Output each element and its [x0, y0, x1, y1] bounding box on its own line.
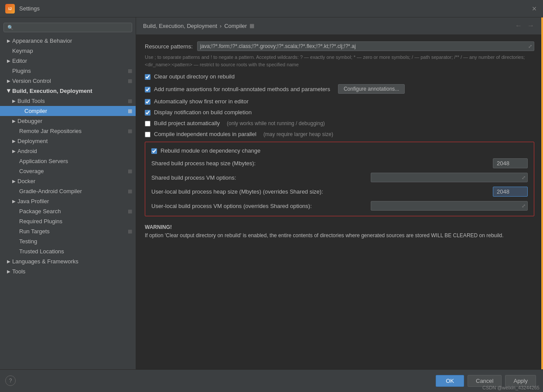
- checkbox-rebuild-input[interactable]: [151, 148, 157, 154]
- checkbox-auto-show: Automatically show first error in editor: [145, 98, 534, 105]
- gear-icon: ▦: [128, 208, 132, 214]
- sidebar-item-label: Package Search: [19, 208, 61, 215]
- sidebar-item-run-targets[interactable]: Run Targets ▦: [0, 226, 136, 236]
- shared-vm-input[interactable]: [371, 173, 520, 182]
- checkbox-build-auto-input[interactable]: [145, 121, 150, 126]
- sidebar-item-tools[interactable]: ▶ Tools: [0, 266, 136, 276]
- content-body: Resource patterns: ⤢ Use ; to separate p…: [136, 34, 543, 369]
- checkbox-rebuild: Rebuild module on dependency change: [151, 147, 528, 154]
- checkbox-auto-show-input[interactable]: [145, 99, 150, 105]
- checkbox-add-runtime-input[interactable]: [145, 87, 150, 92]
- sidebar-item-version-control[interactable]: ▶ Version Control ▦: [0, 76, 136, 86]
- shared-vm-wrapper: ⤢: [371, 173, 528, 182]
- search-icon: 🔍: [7, 25, 14, 31]
- checkbox-clear-output: Clear output directory on rebuild: [145, 73, 534, 80]
- sidebar-item-android[interactable]: ▶ Android: [0, 146, 136, 156]
- resource-hint-text: Use ; to separate patterns and ! to nega…: [145, 54, 534, 68]
- title-bar: IJ Settings ×: [0, 0, 543, 17]
- gear-icon: ▦: [128, 128, 132, 134]
- sidebar-item-docker[interactable]: ▶ Docker: [0, 176, 136, 186]
- grid-icon[interactable]: ▦: [249, 23, 254, 29]
- resource-patterns-input[interactable]: [198, 42, 526, 51]
- gear-icon: ▦: [128, 228, 132, 234]
- checkbox-clear-output-label: Clear output directory on rebuild: [154, 73, 235, 80]
- sidebar-item-testing[interactable]: Testing: [0, 236, 136, 246]
- sidebar-item-build-tools[interactable]: ▶ Build Tools ▦: [0, 96, 136, 106]
- checkbox-add-runtime-label: Add runtime assertions for notnull-annot…: [154, 86, 330, 92]
- shared-heap-input[interactable]: [493, 158, 528, 168]
- sidebar-item-label: Required Plugins: [19, 218, 62, 225]
- sidebar-item-editor[interactable]: ▶ Editor: [0, 56, 136, 66]
- sidebar-item-remote-jar-repositories[interactable]: Remote Jar Repositories ▦: [0, 126, 136, 136]
- resource-patterns-label: Resource patterns:: [145, 43, 193, 50]
- sidebar-item-application-servers[interactable]: Application Servers: [0, 156, 136, 166]
- sidebar-item-compiler[interactable]: Compiler ▦: [0, 106, 136, 116]
- checkbox-compile-parallel-input[interactable]: [145, 132, 150, 137]
- sidebar-item-label: Gradle-Android Compiler: [19, 188, 82, 194]
- sidebar-item-label: Build Tools: [17, 98, 45, 104]
- expand-icon[interactable]: ⤢: [520, 203, 527, 209]
- sidebar-item-gradle-android-compiler[interactable]: Gradle-Android Compiler ▦: [0, 186, 136, 196]
- sidebar-item-label: Java Profiler: [17, 198, 49, 205]
- user-vm-row: User-local build process VM options (ove…: [151, 201, 528, 211]
- sidebar-item-plugins[interactable]: Plugins ▦: [0, 66, 136, 76]
- sidebar-item-label: Languages & Frameworks: [12, 258, 79, 265]
- sidebar-item-label: Debugger: [17, 118, 42, 124]
- sidebar-item-deployment[interactable]: ▶ Deployment: [0, 136, 136, 146]
- arrow-icon: ▶: [7, 269, 10, 274]
- nav-arrows: ← →: [513, 22, 536, 30]
- sidebar-item-build-execution-deployment[interactable]: ▶ Build, Execution, Deployment: [0, 86, 136, 96]
- sidebar-item-keymap[interactable]: Keymap: [0, 46, 136, 56]
- search-box[interactable]: 🔍: [3, 23, 132, 32]
- arrow-icon: ▶: [12, 119, 16, 123]
- breadcrumb-parent: Build, Execution, Deployment: [143, 23, 217, 29]
- right-accent: [541, 17, 543, 369]
- sidebar-item-label: Plugins: [12, 68, 31, 74]
- forward-button[interactable]: →: [526, 22, 536, 30]
- user-heap-input[interactable]: [493, 187, 528, 197]
- search-input[interactable]: [15, 24, 128, 31]
- sidebar-item-label: Tools: [12, 268, 25, 275]
- sidebar-item-label: Remote Jar Repositories: [19, 128, 82, 134]
- configure-annotations-button[interactable]: Configure annotations...: [338, 84, 405, 94]
- shared-heap-label: Shared build process heap size (Mbytes):: [151, 160, 488, 167]
- checkbox-clear-output-input[interactable]: [145, 74, 150, 80]
- arrow-icon: ▶: [7, 89, 11, 93]
- help-button[interactable]: ?: [5, 375, 16, 386]
- sidebar-item-label: Application Servers: [19, 158, 68, 164]
- sidebar-item-label: Editor: [12, 58, 27, 64]
- arrow-icon: ▶: [7, 78, 10, 83]
- breadcrumb-current: Compiler: [224, 23, 247, 29]
- close-button[interactable]: ×: [531, 5, 538, 12]
- checkbox-display-notification-input[interactable]: [145, 110, 150, 116]
- sidebar-item-label: Deployment: [17, 138, 48, 144]
- sidebar-item-java-profiler[interactable]: ▶ Java Profiler: [0, 196, 136, 206]
- resource-input-wrapper: ⤢: [197, 41, 534, 51]
- sidebar-item-label: Trusted Locations: [19, 248, 64, 255]
- arrow-icon: ▶: [12, 139, 16, 143]
- watermark: CSDN @weixin_43244265: [482, 385, 540, 390]
- sidebar-item-package-search[interactable]: Package Search ▦: [0, 206, 136, 216]
- expand-icon[interactable]: ⤢: [526, 44, 534, 49]
- checkbox-rebuild-label: Rebuild module on dependency change: [161, 147, 260, 154]
- ok-button[interactable]: OK: [436, 375, 464, 387]
- warning-title: WARNING!: [145, 223, 534, 232]
- gear-icon: ▦: [128, 98, 132, 104]
- sidebar-item-appearance-behavior[interactable]: ▶ Appearance & Behavior: [0, 36, 136, 46]
- sidebar-item-trusted-locations[interactable]: Trusted Locations: [0, 246, 136, 256]
- sidebar-item-debugger[interactable]: ▶ Debugger: [0, 116, 136, 126]
- bottom-bar: OK Cancel Apply ?: [0, 369, 543, 392]
- sidebar-item-required-plugins[interactable]: Required Plugins: [0, 216, 136, 226]
- shared-heap-row: Shared build process heap size (Mbytes):: [151, 158, 528, 168]
- sidebar-item-coverage[interactable]: Coverage ▦: [0, 166, 136, 176]
- gear-icon: ▦: [128, 78, 132, 84]
- back-button[interactable]: ←: [513, 22, 524, 30]
- sidebar-item-label: Docker: [17, 178, 35, 184]
- checkbox-compile-parallel: Compile independent modules in parallel …: [145, 131, 534, 137]
- sidebar-item-languages-frameworks[interactable]: ▶ Languages & Frameworks: [0, 256, 136, 266]
- gear-icon: ▦: [128, 108, 132, 114]
- main-layout: 🔍 ▶ Appearance & Behavior Keymap ▶ Edito…: [0, 17, 543, 369]
- expand-icon[interactable]: ⤢: [520, 175, 527, 181]
- user-vm-input[interactable]: [371, 201, 520, 210]
- checkbox-display-notification: Display notification on build completion: [145, 109, 534, 116]
